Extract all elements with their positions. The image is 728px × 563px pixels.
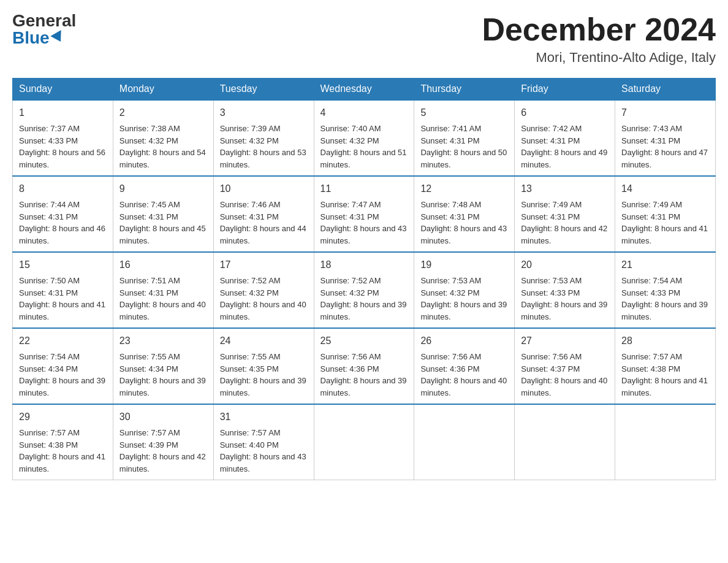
table-row: 26 Sunrise: 7:56 AM Sunset: 4:36 PM Dayl… bbox=[414, 328, 515, 404]
table-row bbox=[314, 404, 414, 480]
calendar-week-row: 22 Sunrise: 7:54 AM Sunset: 4:34 PM Dayl… bbox=[13, 328, 716, 404]
day-number: 11 bbox=[320, 182, 408, 196]
table-row bbox=[414, 404, 515, 480]
daylight-text: Daylight: 8 hours and 40 minutes. bbox=[420, 376, 507, 397]
table-row bbox=[615, 404, 716, 480]
sunset-text: Sunset: 4:32 PM bbox=[320, 288, 379, 297]
sunrise-text: Sunrise: 7:43 AM bbox=[621, 124, 682, 133]
sunrise-text: Sunrise: 7:54 AM bbox=[621, 276, 682, 285]
sunset-text: Sunset: 4:33 PM bbox=[621, 288, 680, 297]
day-number: 16 bbox=[119, 258, 207, 272]
sunrise-text: Sunrise: 7:38 AM bbox=[119, 124, 180, 133]
sunrise-text: Sunrise: 7:52 AM bbox=[320, 276, 381, 285]
sunrise-text: Sunrise: 7:44 AM bbox=[19, 200, 80, 209]
col-saturday: Saturday bbox=[615, 79, 716, 101]
day-number: 22 bbox=[19, 334, 107, 348]
col-thursday: Thursday bbox=[414, 79, 515, 101]
table-row: 9 Sunrise: 7:45 AM Sunset: 4:31 PM Dayli… bbox=[113, 176, 213, 252]
daylight-text: Daylight: 8 hours and 45 minutes. bbox=[119, 224, 206, 245]
table-row: 21 Sunrise: 7:54 AM Sunset: 4:33 PM Dayl… bbox=[615, 252, 716, 328]
daylight-text: Daylight: 8 hours and 39 minutes. bbox=[119, 376, 206, 397]
sunrise-text: Sunrise: 7:46 AM bbox=[220, 200, 281, 209]
page-header: General Blue December 2024 Mori, Trentin… bbox=[12, 12, 716, 66]
table-row: 29 Sunrise: 7:57 AM Sunset: 4:38 PM Dayl… bbox=[13, 404, 113, 480]
daylight-text: Daylight: 8 hours and 41 minutes. bbox=[621, 376, 708, 397]
daylight-text: Daylight: 8 hours and 47 minutes. bbox=[621, 148, 708, 169]
daylight-text: Daylight: 8 hours and 49 minutes. bbox=[521, 148, 607, 169]
sunset-text: Sunset: 4:32 PM bbox=[119, 136, 178, 145]
calendar-table: Sunday Monday Tuesday Wednesday Thursday… bbox=[12, 78, 716, 480]
sunset-text: Sunset: 4:35 PM bbox=[220, 364, 279, 373]
day-number: 24 bbox=[220, 334, 308, 348]
sunset-text: Sunset: 4:32 PM bbox=[220, 288, 279, 297]
sunrise-text: Sunrise: 7:55 AM bbox=[220, 352, 281, 361]
sunrise-text: Sunrise: 7:48 AM bbox=[420, 200, 481, 209]
sunrise-text: Sunrise: 7:57 AM bbox=[19, 428, 80, 437]
day-number: 1 bbox=[19, 105, 107, 120]
day-number: 9 bbox=[119, 182, 207, 196]
daylight-text: Daylight: 8 hours and 40 minutes. bbox=[119, 300, 206, 321]
day-number: 2 bbox=[119, 105, 207, 120]
day-number: 13 bbox=[521, 182, 609, 196]
sunset-text: Sunset: 4:31 PM bbox=[621, 136, 680, 145]
daylight-text: Daylight: 8 hours and 39 minutes. bbox=[420, 300, 507, 321]
sunrise-text: Sunrise: 7:49 AM bbox=[521, 200, 582, 209]
day-number: 21 bbox=[621, 258, 709, 272]
calendar-header-row: Sunday Monday Tuesday Wednesday Thursday… bbox=[13, 79, 716, 101]
daylight-text: Daylight: 8 hours and 39 minutes. bbox=[621, 300, 708, 321]
daylight-text: Daylight: 8 hours and 44 minutes. bbox=[220, 224, 306, 245]
sunset-text: Sunset: 4:32 PM bbox=[420, 288, 479, 297]
day-number: 30 bbox=[119, 410, 207, 424]
sunset-text: Sunset: 4:31 PM bbox=[119, 212, 178, 221]
day-number: 12 bbox=[420, 182, 508, 196]
sunrise-text: Sunrise: 7:49 AM bbox=[621, 200, 682, 209]
sunset-text: Sunset: 4:31 PM bbox=[521, 136, 580, 145]
logo-general-text: General bbox=[12, 12, 76, 29]
sunset-text: Sunset: 4:38 PM bbox=[621, 364, 680, 373]
sunset-text: Sunset: 4:31 PM bbox=[521, 212, 580, 221]
sunrise-text: Sunrise: 7:42 AM bbox=[521, 124, 582, 133]
sunset-text: Sunset: 4:31 PM bbox=[220, 212, 279, 221]
col-sunday: Sunday bbox=[13, 79, 113, 101]
calendar-week-row: 29 Sunrise: 7:57 AM Sunset: 4:38 PM Dayl… bbox=[13, 404, 716, 480]
title-block: December 2024 Mori, Trentino-Alto Adige,… bbox=[482, 12, 716, 66]
daylight-text: Daylight: 8 hours and 42 minutes. bbox=[521, 224, 607, 245]
sunrise-text: Sunrise: 7:55 AM bbox=[119, 352, 180, 361]
sunrise-text: Sunrise: 7:53 AM bbox=[420, 276, 481, 285]
sunrise-text: Sunrise: 7:57 AM bbox=[119, 428, 180, 437]
sunrise-text: Sunrise: 7:51 AM bbox=[119, 276, 180, 285]
table-row: 16 Sunrise: 7:51 AM Sunset: 4:31 PM Dayl… bbox=[113, 252, 213, 328]
daylight-text: Daylight: 8 hours and 41 minutes. bbox=[621, 224, 708, 245]
sunset-text: Sunset: 4:40 PM bbox=[220, 440, 279, 450]
sunrise-text: Sunrise: 7:56 AM bbox=[320, 352, 381, 361]
day-number: 10 bbox=[220, 182, 308, 196]
sunrise-text: Sunrise: 7:45 AM bbox=[119, 200, 180, 209]
sunrise-text: Sunrise: 7:50 AM bbox=[19, 276, 80, 285]
daylight-text: Daylight: 8 hours and 40 minutes. bbox=[220, 300, 306, 321]
col-friday: Friday bbox=[515, 79, 615, 101]
table-row: 17 Sunrise: 7:52 AM Sunset: 4:32 PM Dayl… bbox=[213, 252, 314, 328]
sunrise-text: Sunrise: 7:53 AM bbox=[521, 276, 582, 285]
sunrise-text: Sunrise: 7:40 AM bbox=[320, 124, 381, 133]
table-row: 3 Sunrise: 7:39 AM Sunset: 4:32 PM Dayli… bbox=[213, 100, 314, 176]
daylight-text: Daylight: 8 hours and 40 minutes. bbox=[521, 376, 607, 397]
daylight-text: Daylight: 8 hours and 46 minutes. bbox=[19, 224, 105, 245]
day-number: 4 bbox=[320, 105, 408, 120]
daylight-text: Daylight: 8 hours and 39 minutes. bbox=[521, 300, 607, 321]
sunset-text: Sunset: 4:37 PM bbox=[521, 364, 580, 373]
sunset-text: Sunset: 4:31 PM bbox=[420, 212, 479, 221]
col-monday: Monday bbox=[113, 79, 213, 101]
sunset-text: Sunset: 4:31 PM bbox=[19, 288, 78, 297]
table-row: 30 Sunrise: 7:57 AM Sunset: 4:39 PM Dayl… bbox=[113, 404, 213, 480]
day-number: 8 bbox=[19, 182, 107, 196]
logo-triangle-icon bbox=[50, 30, 66, 45]
sunrise-text: Sunrise: 7:57 AM bbox=[220, 428, 281, 437]
table-row: 12 Sunrise: 7:48 AM Sunset: 4:31 PM Dayl… bbox=[414, 176, 515, 252]
daylight-text: Daylight: 8 hours and 51 minutes. bbox=[320, 148, 407, 169]
table-row: 5 Sunrise: 7:41 AM Sunset: 4:31 PM Dayli… bbox=[414, 100, 515, 176]
table-row: 15 Sunrise: 7:50 AM Sunset: 4:31 PM Dayl… bbox=[13, 252, 113, 328]
table-row: 23 Sunrise: 7:55 AM Sunset: 4:34 PM Dayl… bbox=[113, 328, 213, 404]
sunset-text: Sunset: 4:32 PM bbox=[220, 136, 279, 145]
table-row: 28 Sunrise: 7:57 AM Sunset: 4:38 PM Dayl… bbox=[615, 328, 716, 404]
sunset-text: Sunset: 4:31 PM bbox=[19, 212, 78, 221]
